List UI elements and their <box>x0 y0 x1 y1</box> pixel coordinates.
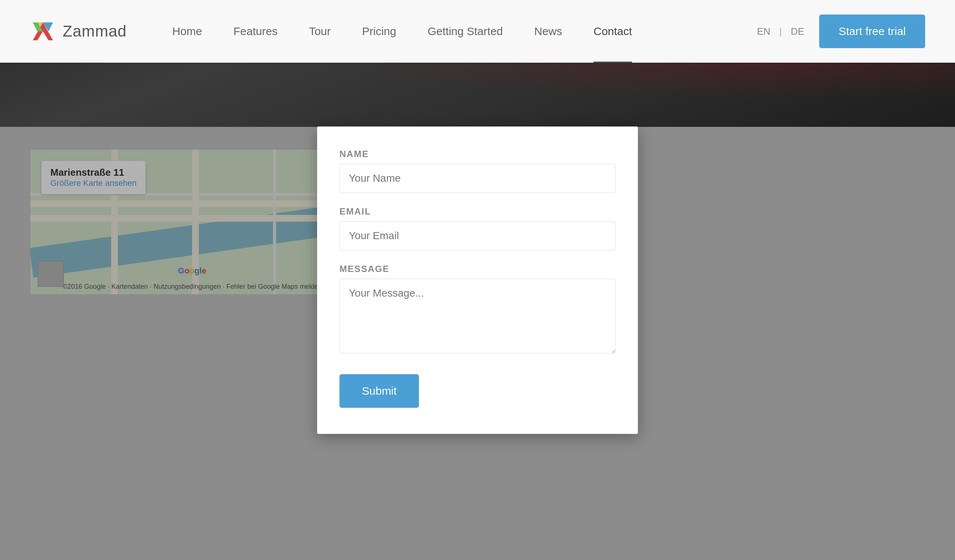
nav-getting-started[interactable]: Getting Started <box>412 0 518 63</box>
brand-logo-link[interactable]: Zammad <box>30 21 127 42</box>
nav-menu: Home Features Tour Pricing Getting Start… <box>157 0 757 63</box>
submit-button[interactable]: Submit <box>340 374 419 408</box>
nav-features[interactable]: Features <box>218 0 293 63</box>
message-label: MESSAGE <box>340 264 615 274</box>
email-field-group: EMAIL <box>340 206 615 250</box>
brand-logo-icon <box>30 21 56 42</box>
nav-home[interactable]: Home <box>157 0 218 63</box>
message-field-group: MESSAGE <box>340 264 615 355</box>
nav-pricing[interactable]: Pricing <box>346 0 412 63</box>
name-field-group: NAME <box>340 149 615 193</box>
lang-divider: | <box>779 26 782 37</box>
name-label: NAME <box>340 149 615 159</box>
name-input[interactable] <box>340 164 615 193</box>
email-label: EMAIL <box>340 206 615 217</box>
email-input[interactable] <box>340 221 615 250</box>
message-textarea[interactable] <box>340 279 615 353</box>
language-switcher: EN | DE <box>757 26 804 37</box>
nav-contact[interactable]: Contact <box>578 0 648 63</box>
lang-de[interactable]: DE <box>791 26 804 37</box>
brand-name: Zammad <box>63 22 127 40</box>
contact-modal: NAME EMAIL MESSAGE Submit <box>317 127 638 434</box>
start-trial-button[interactable]: Start free trial <box>819 14 925 48</box>
nav-tour[interactable]: Tour <box>293 0 346 63</box>
lang-en[interactable]: EN <box>757 26 770 37</box>
nav-news[interactable]: News <box>518 0 578 63</box>
navbar: Zammad Home Features Tour Pricing Gettin… <box>0 0 955 63</box>
